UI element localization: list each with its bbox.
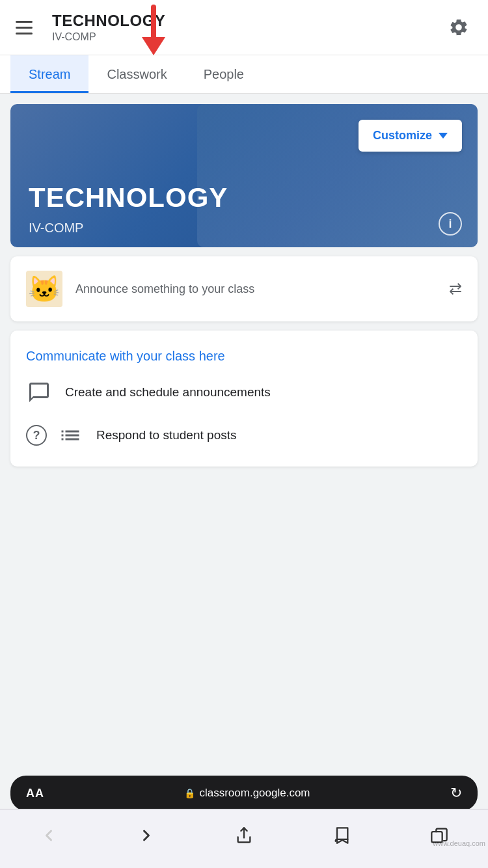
communicate-item-1-label: Create and schedule announcements	[65, 385, 271, 400]
back-button[interactable]	[27, 821, 71, 850]
url-display[interactable]: 🔒 classroom.google.com	[184, 787, 310, 800]
tab-stream[interactable]: Stream	[10, 55, 88, 93]
announce-card[interactable]: 🐱 Announce something to your class ⇄	[10, 256, 478, 321]
bottom-nav	[0, 809, 488, 868]
communicate-item-2: ? Respond to student posts	[26, 422, 462, 448]
reload-button[interactable]: ↻	[450, 785, 462, 802]
list-icon	[57, 422, 83, 448]
communicate-item-2-label: Respond to student posts	[96, 428, 236, 442]
chat-icon	[26, 379, 52, 405]
arrow-shaft	[151, 5, 156, 37]
forward-button[interactable]	[124, 821, 169, 850]
swap-icon[interactable]: ⇄	[449, 280, 462, 298]
tab-people[interactable]: People	[185, 55, 262, 93]
chevron-down-icon	[439, 133, 448, 139]
header-title-group: TECHNOLOGY IV-COMP	[52, 12, 445, 43]
header-section: IV-COMP	[52, 31, 445, 43]
url-text: classroom.google.com	[199, 787, 310, 800]
communicate-card: Communicate with your class here Create …	[10, 331, 478, 467]
announce-text: Announce something to your class	[75, 282, 449, 296]
help-circle-icon: ?	[26, 425, 47, 446]
info-icon[interactable]: i	[439, 212, 462, 236]
tab-classwork[interactable]: Classwork	[88, 55, 185, 93]
header-class-name: TECHNOLOGY	[52, 12, 445, 30]
tabs-container: Stream Classwork People	[0, 55, 488, 94]
watermark: www.deuaq.com	[433, 839, 485, 847]
arrow-head	[142, 37, 165, 55]
customize-button[interactable]: Customize	[359, 120, 462, 152]
arrow-annotation	[142, 5, 165, 55]
customize-label: Customize	[373, 129, 432, 142]
browser-bar: AA 🔒 classroom.google.com ↻	[10, 776, 478, 811]
aa-button[interactable]: AA	[26, 787, 44, 800]
app-header: TECHNOLOGY IV-COMP	[0, 0, 488, 55]
bookmarks-button[interactable]	[319, 821, 364, 850]
settings-button[interactable]	[445, 14, 472, 41]
banner-class-name: TECHNOLOGY	[29, 182, 228, 213]
avatar: 🐱	[26, 271, 62, 307]
communicate-item-1: Create and schedule announcements	[26, 379, 462, 405]
banner-section: IV-COMP	[29, 221, 83, 236]
menu-button[interactable]	[16, 16, 39, 39]
share-button[interactable]	[222, 821, 266, 850]
class-banner: Customize TECHNOLOGY IV-COMP i	[10, 104, 478, 247]
lock-icon: 🔒	[184, 788, 195, 798]
communicate-title: Communicate with your class here	[26, 349, 462, 364]
